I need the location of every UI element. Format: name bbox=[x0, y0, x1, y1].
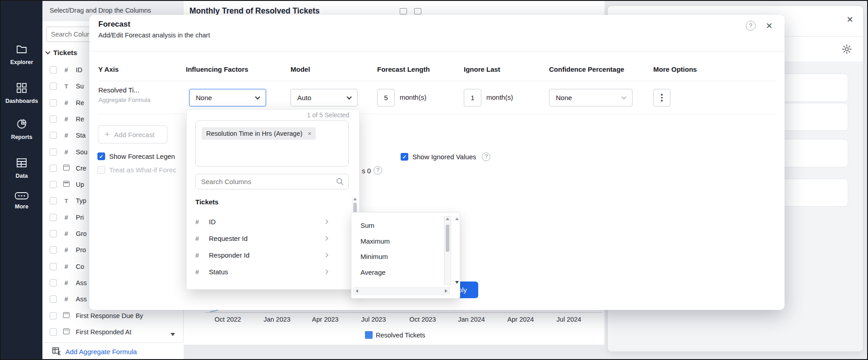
column-field-row[interactable]: Up bbox=[50, 179, 84, 190]
column-field-row[interactable]: #Sta bbox=[50, 130, 86, 141]
field-checkbox[interactable] bbox=[50, 312, 57, 319]
column-field-row[interactable]: #Ass bbox=[50, 277, 87, 288]
field-label: Sou bbox=[76, 148, 88, 156]
scroll-right-icon[interactable] bbox=[445, 289, 448, 293]
column-field-row[interactable]: #Ass bbox=[50, 294, 87, 305]
column-field-row[interactable]: #Co bbox=[50, 261, 84, 272]
show-forecast-legend-option[interactable]: ✓ Show Forecast Legen bbox=[97, 152, 175, 160]
sidebar-item-explorer[interactable]: Explorer bbox=[1, 43, 42, 66]
field-checkbox[interactable] bbox=[50, 295, 57, 303]
dropdown-item-requester-id[interactable]: #Requester Id bbox=[187, 230, 346, 247]
help-icon[interactable]: ? bbox=[482, 152, 490, 161]
chevron-down-icon bbox=[255, 94, 260, 99]
scroll-up-icon[interactable] bbox=[446, 217, 449, 220]
field-checkbox[interactable] bbox=[50, 66, 57, 74]
add-forecast-button[interactable]: + Add Forecast bbox=[98, 125, 167, 143]
field-label: ID bbox=[76, 66, 83, 74]
sidebar-item-more[interactable]: More bbox=[1, 189, 42, 210]
field-checkbox[interactable] bbox=[50, 165, 57, 172]
scroll-left-icon[interactable] bbox=[356, 289, 358, 293]
submenu-scrollbar[interactable] bbox=[444, 216, 451, 285]
column-field-row[interactable]: #Re bbox=[50, 97, 84, 108]
column-field-row[interactable]: #Re bbox=[50, 114, 84, 125]
dropdown-search[interactable] bbox=[195, 174, 349, 189]
scroll-down-icon[interactable] bbox=[455, 281, 459, 284]
field-checkbox[interactable] bbox=[50, 246, 57, 254]
submenu-item-minimum[interactable]: Minimum bbox=[360, 249, 388, 264]
submenu-hscrollbar[interactable] bbox=[353, 287, 450, 295]
column-field-row[interactable]: Cre bbox=[50, 163, 86, 174]
sigma-table-icon: Σ bbox=[52, 347, 61, 355]
ignore-last-input[interactable] bbox=[464, 89, 481, 106]
influencing-factors-dropdown[interactable]: None bbox=[189, 89, 266, 106]
column-field-row[interactable]: #Pro bbox=[50, 245, 86, 255]
field-checkbox[interactable] bbox=[50, 279, 57, 286]
column-field-row[interactable]: #Pri bbox=[50, 212, 84, 223]
forecast-length-input[interactable] bbox=[377, 89, 395, 106]
submenu-item-maximum[interactable]: Maximum bbox=[360, 234, 390, 249]
scrollbar-thumb[interactable] bbox=[446, 225, 449, 252]
calendar-icon bbox=[62, 328, 70, 336]
pie-icon bbox=[16, 118, 28, 130]
help-icon[interactable]: ? bbox=[746, 21, 756, 31]
dropdown-item-responder-id[interactable]: #Responder Id bbox=[187, 247, 346, 263]
gear-icon[interactable] bbox=[841, 44, 852, 55]
field-label: Ass bbox=[76, 279, 87, 286]
chart-legend[interactable]: Resolved Tickets bbox=[365, 331, 425, 339]
column-field-row[interactable]: TTyp bbox=[50, 195, 86, 206]
selected-chip[interactable]: Resolution Time in Hrs (Average) × bbox=[202, 127, 316, 140]
dropdown-search-field[interactable] bbox=[195, 174, 349, 189]
confidence-percentage-dropdown[interactable]: None bbox=[549, 89, 633, 106]
close-icon[interactable]: × bbox=[766, 19, 772, 32]
field-checkbox[interactable] bbox=[50, 328, 57, 336]
column-field-row[interactable]: First Responded At bbox=[50, 327, 131, 337]
model-dropdown[interactable]: Auto bbox=[291, 89, 358, 106]
help-icon[interactable]: ? bbox=[374, 166, 382, 175]
panel-close-icon[interactable]: × bbox=[847, 14, 853, 25]
field-checkbox[interactable] bbox=[50, 197, 57, 204]
submenu-item-average[interactable]: Average bbox=[360, 265, 386, 280]
columns-group-tickets[interactable]: Tickets bbox=[46, 49, 77, 57]
field-checkbox[interactable] bbox=[50, 230, 57, 237]
sidebar-item-reports[interactable]: Reports bbox=[1, 118, 42, 141]
column-field-row[interactable]: TSu bbox=[50, 81, 84, 92]
x-axis-tick-label: Oct 2023 bbox=[410, 316, 436, 323]
treat-whatif-option[interactable]: Treat as What-if Forec bbox=[97, 166, 176, 174]
modal-column-header: Model bbox=[291, 65, 310, 73]
field-checkbox[interactable] bbox=[50, 181, 57, 188]
checkbox-checked[interactable]: ✓ bbox=[401, 153, 408, 161]
dropdown-item-id[interactable]: #ID bbox=[187, 213, 346, 230]
add-aggregate-formula-link[interactable]: Add Aggregate Formula bbox=[65, 348, 137, 355]
svg-text:Σ: Σ bbox=[58, 351, 61, 355]
chart-menu-icon[interactable] bbox=[414, 8, 421, 14]
scroll-down-icon[interactable] bbox=[171, 333, 175, 336]
sidebar-item-dashboards[interactable]: Dashboards bbox=[1, 82, 42, 105]
field-checkbox[interactable] bbox=[50, 214, 57, 221]
sidebar-item-label: More bbox=[15, 203, 28, 210]
field-checkbox[interactable] bbox=[50, 83, 57, 90]
submenu-item-sum[interactable]: Sum bbox=[360, 218, 374, 233]
column-field-row[interactable]: #Sou bbox=[50, 147, 88, 157]
calendar-icon bbox=[62, 312, 70, 319]
x-axis-tick-label: Jan 2023 bbox=[263, 316, 291, 323]
show-ignored-values-option[interactable]: ✓ Show Ignored Values ? bbox=[401, 152, 490, 161]
add-aggregate-bar[interactable]: Σ Add Aggregate Formula bbox=[42, 342, 184, 360]
column-field-row[interactable]: #ID bbox=[50, 65, 83, 75]
checkbox-checked[interactable]: ✓ bbox=[97, 152, 105, 160]
field-label: Re bbox=[76, 99, 84, 106]
field-checkbox[interactable] bbox=[50, 148, 57, 156]
dropdown-item-status[interactable]: #Status bbox=[187, 263, 346, 280]
sidebar-item-data[interactable]: Data bbox=[1, 157, 42, 180]
field-checkbox[interactable] bbox=[50, 263, 57, 270]
chart-maximize-icon[interactable] bbox=[400, 8, 407, 14]
field-checkbox[interactable] bbox=[50, 115, 57, 123]
chip-remove-icon[interactable]: × bbox=[308, 130, 311, 137]
field-checkbox[interactable] bbox=[50, 132, 57, 139]
scroll-up-icon[interactable] bbox=[353, 198, 357, 200]
field-checkbox[interactable] bbox=[50, 99, 57, 106]
column-field-row[interactable]: First Response Due By bbox=[50, 310, 143, 321]
more-options-button[interactable] bbox=[653, 89, 670, 106]
chart-title: Monthly Trend of Resolved Tickets bbox=[189, 6, 320, 16]
column-field-row[interactable]: #Gro bbox=[50, 228, 87, 239]
scroll-up-icon[interactable] bbox=[455, 217, 459, 220]
